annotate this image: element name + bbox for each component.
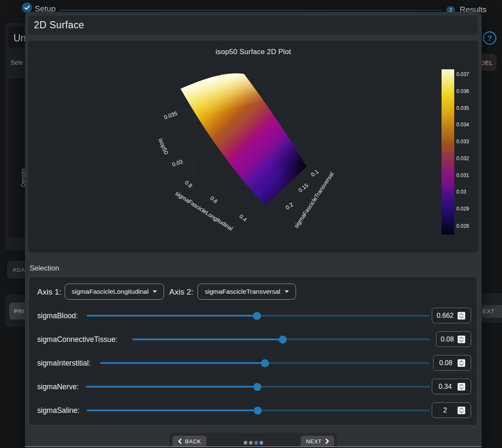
svg-text:0.032: 0.032 xyxy=(456,156,469,161)
svg-text:0.2: 0.2 xyxy=(284,201,294,211)
svg-text:0.8: 0.8 xyxy=(184,179,193,189)
svg-text:0.03: 0.03 xyxy=(456,189,466,195)
svg-text:0.031: 0.031 xyxy=(456,172,469,178)
svg-text:0.033: 0.033 xyxy=(456,139,469,145)
svg-text:0.029: 0.029 xyxy=(456,206,469,212)
svg-text:0.035: 0.035 xyxy=(163,110,178,120)
svg-text:0.03: 0.03 xyxy=(171,158,184,168)
svg-text:0.6: 0.6 xyxy=(209,195,219,205)
svg-text:0.028: 0.028 xyxy=(456,223,469,229)
svg-text:sigmaFascicleLongitudinal: sigmaFascicleLongitudinal xyxy=(174,190,234,232)
svg-text:isop50 Surface 2D Plot: isop50 Surface 2D Plot xyxy=(216,48,291,56)
svg-text:0.037: 0.037 xyxy=(456,71,469,77)
svg-text:isop50: isop50 xyxy=(157,137,170,156)
svg-text:0.035: 0.035 xyxy=(456,105,469,111)
svg-text:0.15: 0.15 xyxy=(297,182,310,194)
svg-text:0.034: 0.034 xyxy=(456,122,469,128)
svg-text:?: ? xyxy=(487,34,492,43)
svg-text:0.4: 0.4 xyxy=(238,213,248,223)
svg-text:0.036: 0.036 xyxy=(456,88,469,94)
svg-text:sigmaFascicleTransversal: sigmaFascicleTransversal xyxy=(293,171,335,229)
